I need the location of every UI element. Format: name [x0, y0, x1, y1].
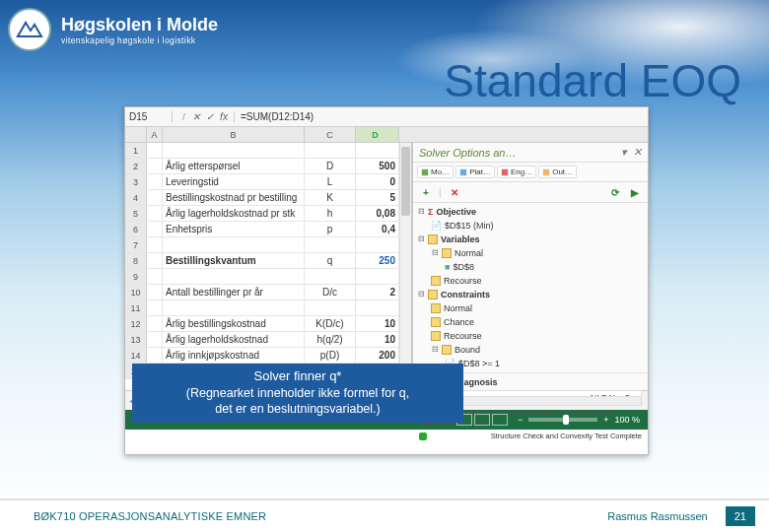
delete-icon[interactable]: ✕	[448, 185, 461, 199]
svg-rect-0	[422, 168, 428, 174]
tree-constraints[interactable]: Constraints	[441, 288, 490, 301]
row-header[interactable]: 1	[125, 143, 147, 158]
tab-output[interactable]: Out…	[538, 166, 577, 178]
dropdown-icon[interactable]: ⁝	[176, 111, 188, 122]
folder-icon	[428, 234, 438, 244]
name-box[interactable]: D15	[125, 111, 173, 122]
solver-toolbar: + | ✕ ⟳ ▶	[413, 182, 648, 203]
page-number: 21	[726, 506, 755, 526]
cancel-icon[interactable]: ✕	[190, 111, 202, 122]
folder-icon	[442, 248, 452, 258]
zoom-value[interactable]: 100 %	[614, 415, 640, 425]
author-name: Rasmus Rasmussen	[607, 510, 707, 522]
folder-icon	[431, 317, 441, 327]
vertical-scrollbar[interactable]	[399, 143, 411, 390]
bound-expr[interactable]: $D$8 >= 1	[458, 357, 500, 370]
col-header-a[interactable]: A	[147, 127, 163, 142]
svg-rect-2	[502, 168, 508, 174]
col-header-c[interactable]: C	[305, 127, 356, 142]
tab-engine[interactable]: Eng…	[497, 166, 536, 178]
refresh-icon[interactable]: ⟳	[608, 185, 622, 199]
tree-objective[interactable]: Objective	[436, 205, 476, 219]
status-ok-icon	[419, 432, 427, 440]
tree-variables[interactable]: Variables	[441, 233, 480, 246]
slide-title: Standard EOQ	[444, 54, 741, 107]
svg-rect-3	[543, 168, 549, 174]
svg-rect-1	[460, 168, 466, 174]
zoom-in-icon[interactable]: +	[603, 415, 608, 425]
annotation-callout: Solver finner q* (Regnearket inneholder …	[132, 364, 463, 423]
folder-icon	[431, 331, 441, 341]
add-icon[interactable]: +	[419, 185, 433, 199]
cell[interactable]: Årlig etterspørsel	[163, 159, 305, 173]
close-icon[interactable]: ✕	[633, 146, 642, 159]
tab-platform[interactable]: Plat…	[455, 166, 495, 178]
objective-cell[interactable]: $D$15 (Min)	[445, 219, 494, 233]
institution-logo: Høgskolen i Molde vitenskapelig høgskole…	[8, 8, 218, 51]
diagnosis-status: Structure Check and Convexity Test Compl…	[491, 432, 642, 440]
view-mode-buttons	[456, 414, 508, 426]
variable-cell[interactable]: $D$8	[453, 260, 474, 274]
zoom-control[interactable]: − + 100 %	[518, 415, 640, 425]
zoom-out-icon[interactable]: −	[518, 415, 523, 425]
mountain-logo-icon	[8, 8, 51, 51]
folder-icon	[428, 290, 438, 299]
institution-subtitle: vitenskapelig høgskole i logistikk	[61, 35, 218, 45]
institution-name: Høgskolen i Molde	[61, 15, 218, 35]
zoom-slider[interactable]	[528, 418, 597, 422]
solver-pane-title: Solver Options an…	[419, 147, 516, 159]
formula-bar: D15 ⁝ ✕ ✓ fx =SUM(D12:D14)	[125, 107, 648, 127]
col-header-d[interactable]: D	[356, 127, 399, 142]
formula-input[interactable]: =SUM(D12:D14)	[235, 111, 648, 122]
solver-pane: Solver Options an… ▾ ✕ Mo… Plat… Eng… Ou…	[411, 143, 648, 390]
accept-icon[interactable]: ✓	[204, 111, 216, 122]
fx-icon[interactable]: fx	[218, 111, 230, 122]
course-code: BØK710 OPERASJONSANALYTISKE EMNER	[34, 510, 266, 522]
view-layout-icon[interactable]	[474, 414, 490, 426]
tab-model[interactable]: Mo…	[417, 166, 454, 178]
folder-icon	[431, 303, 441, 313]
dropdown-icon[interactable]: ▾	[621, 146, 627, 159]
column-headers: A B C D	[125, 127, 648, 143]
folder-icon	[442, 345, 452, 355]
view-break-icon[interactable]	[492, 414, 508, 426]
slide-footer: BØK710 OPERASJONSANALYTISKE EMNER Rasmus…	[0, 499, 769, 532]
solver-tabs: Mo… Plat… Eng… Out…	[413, 163, 648, 182]
col-header-b[interactable]: B	[163, 127, 305, 142]
solver-tree: ⊟ΣObjective 📄$D$15 (Min) ⊟Variables ⊟Nor…	[413, 203, 648, 372]
formula-bar-buttons: ⁝ ✕ ✓ fx	[173, 111, 235, 122]
spreadsheet-grid[interactable]: 1 2Årlig etterspørselD500 3LeveringstidL…	[125, 143, 399, 390]
folder-icon	[431, 276, 441, 286]
play-icon[interactable]: ▶	[628, 185, 642, 199]
